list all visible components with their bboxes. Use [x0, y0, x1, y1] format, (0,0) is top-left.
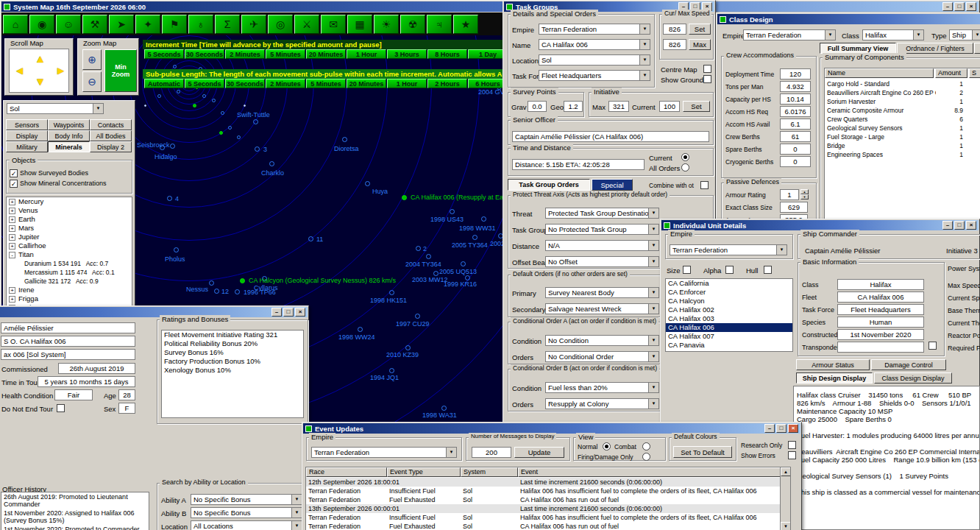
iud-minimize-button[interactable]: – — [942, 221, 953, 230]
senior-officer-field[interactable]: Captain Amélie Pélissier (CA Halifax 006… — [512, 131, 709, 142]
tab-minerals[interactable]: Minerals — [48, 141, 90, 152]
eu-maximize-button[interactable]: □ — [776, 424, 787, 433]
event-row[interactable]: Terran FederationInsufficient FuelSolHal… — [306, 487, 790, 495]
toolbar-missile-design-icon[interactable]: ✈ — [241, 15, 266, 34]
body-dot[interactable] — [426, 254, 431, 259]
system-select-arrow[interactable]: ▼ — [93, 104, 103, 113]
crew-row-value[interactable]: 61 — [780, 131, 811, 142]
primary-order-select[interactable]: Survey Nearest Body▼ — [545, 287, 659, 298]
system-select[interactable]: Sol▼ — [7, 103, 104, 114]
tg-empire-select[interactable]: Terran Federation▼ — [539, 24, 650, 35]
threat-select[interactable]: Protected Task Group Destination▼ — [545, 208, 659, 219]
body-dot[interactable] — [450, 209, 455, 214]
system-map-titlebar[interactable]: System Map 16th September 2026 06:00 – □… — [1, 1, 979, 12]
body-dot[interactable] — [415, 314, 420, 319]
basic-info-value[interactable]: 1st November 2020 — [837, 329, 924, 340]
offset-bearing-select[interactable]: No Offset▼ — [545, 256, 659, 267]
basic-info-value[interactable]: Human — [837, 317, 924, 328]
event-row[interactable]: 13th September 2026 00:00:01Last time in… — [306, 504, 790, 513]
ratings-list[interactable]: Fleet Movement Initiative Rating 321Poli… — [161, 330, 304, 418]
initiative-max-field[interactable]: 321 — [608, 101, 629, 112]
ship-list-item[interactable]: CA Halifax 007 — [666, 332, 792, 341]
cd-tab-co[interactable]: Co — [974, 43, 980, 54]
crew-row-value[interactable]: 4.932 — [780, 81, 811, 92]
commissioned-field[interactable]: 26th August 2019 — [58, 363, 135, 374]
secondary-order-select-arrow[interactable]: ▼ — [648, 304, 658, 314]
body-label[interactable]: 1996 TP66 — [244, 289, 276, 296]
offset-bearing-select-arrow[interactable]: ▼ — [648, 257, 658, 266]
toolbar-jupiter-survey-icon[interactable]: ♃ — [427, 15, 452, 34]
cd-empire-select-arrow[interactable]: ▼ — [825, 30, 835, 40]
min-zoom-button[interactable]: Min Zoom — [104, 49, 137, 92]
view-combat-radio[interactable] — [642, 442, 650, 451]
body-label[interactable]: Hidalgo — [155, 153, 177, 160]
time-in-tour-field[interactable]: 5 years 10 months 15 days — [38, 376, 135, 387]
tab-sensors[interactable]: Sensors — [6, 119, 48, 130]
toolbar-wealth-icon[interactable]: ⌂ — [3, 15, 28, 34]
orders-b-select[interactable]: Resupply at Colony▼ — [545, 398, 659, 409]
tab-all-bodies[interactable]: All Bodies — [90, 130, 132, 141]
transponder-checkbox[interactable] — [928, 342, 937, 350]
event-header-system[interactable]: System — [461, 467, 518, 477]
zoom-out-icon[interactable]: ⊖ — [82, 71, 102, 92]
condition-b-select[interactable]: Fuel less than 20%▼ — [545, 382, 659, 393]
ship-list-item[interactable]: CA Halifax 006 — [666, 323, 792, 332]
show-errors-checkbox[interactable] — [788, 451, 796, 459]
subpulse-5-seconds-button[interactable]: 5 Seconds — [185, 79, 224, 88]
tree-expander-icon[interactable]: + — [9, 296, 15, 303]
ship-label[interactable]: CA Halcyon (Geological Survey Nessus) 82… — [249, 277, 396, 284]
condition-a-select[interactable]: No Condition▼ — [545, 335, 659, 346]
ship-label[interactable]: CA Halifax 006 (Resupply at Earth) — [411, 194, 514, 201]
tree-item[interactable]: Gallicite 321 172 Acc: 0.9 — [7, 277, 132, 286]
crew-row-value[interactable]: 120 — [780, 68, 811, 80]
body-dot[interactable] — [389, 290, 394, 295]
cd-empire-select[interactable]: Terran Federation▼ — [743, 29, 836, 40]
body-label[interactable]: 1999 KR16 — [444, 280, 477, 288]
basic-info-value[interactable]: CA Halifax 006 — [837, 292, 924, 303]
scroll-down-arrow-icon[interactable]: ▼ — [781, 522, 791, 530]
cd-tab-ordnance-fighters[interactable]: Ordnance / Fighters — [897, 43, 973, 54]
view-normal-radio[interactable] — [603, 442, 611, 451]
orders-a-select[interactable]: No Conditional Order▼ — [545, 351, 659, 362]
ship-list-item[interactable]: CA Halifax 003 — [666, 314, 792, 323]
crew-row-value[interactable]: 10.14 — [780, 93, 811, 105]
body-label[interactable]: 2003 MW12 — [412, 276, 448, 283]
tab-contacts[interactable]: Contacts — [90, 119, 132, 130]
orders-b-select-arrow[interactable]: ▼ — [648, 399, 658, 409]
body-label[interactable]: 1998 HK151 — [370, 297, 407, 304]
tree-item[interactable]: Duranium 1 534 191 Acc: 0.7 — [7, 259, 132, 268]
iud-empire-select[interactable]: Terran Federation▼ — [670, 244, 787, 255]
eu-empire-select-arrow[interactable]: ▼ — [446, 448, 456, 457]
eu-minimize-button[interactable]: – — [764, 424, 775, 433]
increment-5-minutes-button[interactable]: 5 Minutes — [266, 49, 305, 59]
tab-damage-control[interactable]: Damage Control — [871, 359, 946, 370]
max-speed-input[interactable]: 826 — [663, 39, 686, 50]
tree-item[interactable]: Mercassium 1 115 474 Acc: 0.1 — [7, 268, 132, 277]
tree-expander-icon[interactable]: + — [9, 234, 15, 241]
body-label[interactable]: 2004 TY364 — [405, 261, 441, 268]
tab-body-info[interactable]: Body Info — [48, 130, 90, 141]
toolbar-research-icon[interactable]: Σ — [215, 15, 240, 34]
initiative-current-field[interactable]: 100 — [659, 101, 680, 112]
secondary-order-select[interactable]: Salvage Nearest Wreck▼ — [545, 303, 659, 314]
close-button[interactable]: × — [966, 2, 976, 11]
body-dot[interactable] — [269, 161, 274, 166]
condition-a-select-arrow[interactable]: ▼ — [648, 336, 658, 345]
body-label[interactable]: Huya — [372, 188, 388, 195]
event-header-event-type[interactable]: Event Type — [387, 467, 461, 477]
current-speed-input[interactable]: 826 — [663, 24, 686, 35]
crew-row-value[interactable]: 0 — [780, 156, 811, 167]
ship-list-item[interactable]: CA Enforcer — [666, 288, 792, 297]
tree-expander-icon[interactable]: + — [9, 216, 15, 223]
body-dot[interactable] — [472, 235, 477, 240]
tab-class-design-display[interactable]: Class Design Display — [874, 372, 952, 384]
iud-maximize-button[interactable]: □ — [954, 221, 965, 230]
show-ground-checkbox[interactable] — [703, 75, 711, 83]
tree-item[interactable]: -Titan — [7, 250, 132, 259]
increment-1-hour-button[interactable]: 1 Hour — [347, 49, 386, 59]
subpulse-1-hour-button[interactable]: 1 Hour — [387, 79, 427, 88]
armour-rating-field[interactable]: 1 — [780, 189, 799, 200]
scroll-up-button[interactable]: ▲ — [35, 53, 46, 64]
body-label[interactable]: 12 — [221, 288, 229, 295]
initiative-set-button[interactable]: Set — [683, 101, 710, 112]
